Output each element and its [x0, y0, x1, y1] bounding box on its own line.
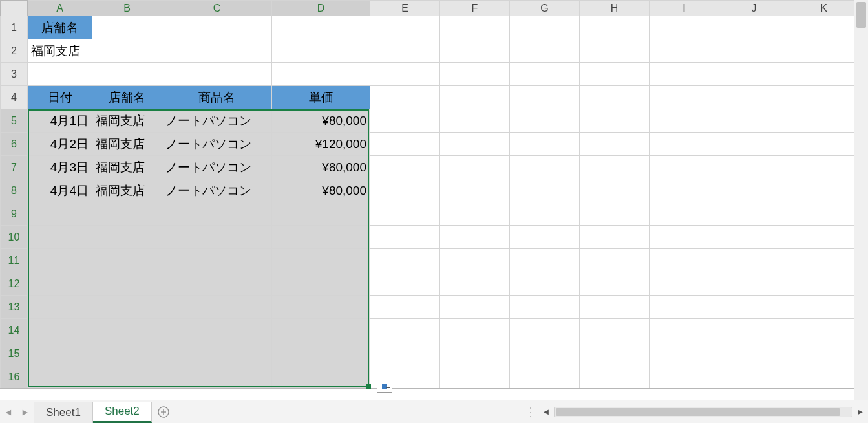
cell-I9[interactable] [650, 202, 719, 226]
cell-H5[interactable] [580, 109, 650, 133]
cell-K15[interactable] [789, 342, 859, 365]
cell-K16[interactable] [789, 365, 859, 389]
cell-K4[interactable] [789, 86, 859, 109]
cell-C11[interactable] [162, 249, 272, 272]
cell-K13[interactable] [789, 296, 859, 319]
cell-I13[interactable] [650, 296, 719, 319]
cell-D10[interactable] [272, 226, 370, 249]
cell-H2[interactable] [580, 39, 650, 63]
cell-I3[interactable] [650, 63, 719, 86]
vertical-scrollbar[interactable] [854, 0, 868, 400]
cell-K14[interactable] [789, 319, 859, 342]
cell-F16[interactable] [440, 365, 510, 389]
cell-J6[interactable] [719, 133, 789, 156]
cell-D14[interactable] [272, 319, 370, 342]
cell-A3[interactable] [28, 63, 92, 86]
cell-B13[interactable] [92, 296, 162, 319]
hscroll-right-button[interactable]: ► [852, 404, 868, 420]
cell-H14[interactable] [580, 319, 650, 342]
cell-G9[interactable] [510, 202, 580, 226]
cell-D3[interactable] [272, 63, 370, 86]
row-header-6[interactable]: 6 [1, 133, 28, 156]
horizontal-scrollbar-thumb[interactable] [556, 408, 840, 416]
cell-F6[interactable] [440, 133, 510, 156]
sheet-tab-sheet1[interactable]: Sheet1 [34, 402, 93, 423]
cell-E7[interactable] [370, 156, 440, 179]
cell-J1[interactable] [719, 16, 789, 39]
cell-E9[interactable] [370, 202, 440, 226]
cell-J4[interactable] [719, 86, 789, 109]
cell-A2[interactable]: 福岡支店 [28, 39, 92, 63]
cell-B16[interactable] [92, 365, 162, 389]
cell-E3[interactable] [370, 63, 440, 86]
cell-D5[interactable]: ¥80,000 [272, 109, 370, 133]
cell-B12[interactable] [92, 272, 162, 296]
cell-J10[interactable] [719, 226, 789, 249]
cell-G14[interactable] [510, 319, 580, 342]
cell-C6[interactable]: ノートパソコン [162, 133, 272, 156]
cell-B3[interactable] [92, 63, 162, 86]
new-sheet-button[interactable] [152, 400, 175, 424]
cell-I14[interactable] [650, 319, 719, 342]
row-header-4[interactable]: 4 [1, 86, 28, 109]
cell-B5[interactable]: 福岡支店 [92, 109, 162, 133]
row-header-8[interactable]: 8 [1, 179, 28, 202]
cell-A7[interactable]: 4月3日 [28, 156, 92, 179]
cell-C14[interactable] [162, 319, 272, 342]
row-header-10[interactable]: 10 [1, 226, 28, 249]
grid-table[interactable]: ABCDEFGHIJKL1店舗名2福岡支店34日付店舗名商品名単価54月1日福岡… [0, 0, 868, 389]
cell-J9[interactable] [719, 202, 789, 226]
col-header-H[interactable]: H [580, 1, 650, 16]
cell-K11[interactable] [789, 249, 859, 272]
cell-I4[interactable] [650, 86, 719, 109]
cell-F10[interactable] [440, 226, 510, 249]
col-header-I[interactable]: I [650, 1, 719, 16]
cell-F12[interactable] [440, 272, 510, 296]
cell-H4[interactable] [580, 86, 650, 109]
cell-J3[interactable] [719, 63, 789, 86]
cell-H9[interactable] [580, 202, 650, 226]
cell-I16[interactable] [650, 365, 719, 389]
cell-A10[interactable] [28, 226, 92, 249]
cell-A15[interactable] [28, 342, 92, 365]
cell-J5[interactable] [719, 109, 789, 133]
col-header-B[interactable]: B [92, 1, 162, 16]
cell-C8[interactable]: ノートパソコン [162, 179, 272, 202]
cell-B6[interactable]: 福岡支店 [92, 133, 162, 156]
cell-C16[interactable] [162, 365, 272, 389]
cell-H13[interactable] [580, 296, 650, 319]
cell-E1[interactable] [370, 16, 440, 39]
cell-E15[interactable] [370, 342, 440, 365]
cell-G12[interactable] [510, 272, 580, 296]
cell-F1[interactable] [440, 16, 510, 39]
cell-D8[interactable]: ¥80,000 [272, 179, 370, 202]
cell-F2[interactable] [440, 39, 510, 63]
cell-F13[interactable] [440, 296, 510, 319]
cell-I12[interactable] [650, 272, 719, 296]
cell-E14[interactable] [370, 319, 440, 342]
cell-D4[interactable]: 単価 [272, 86, 370, 109]
cell-K12[interactable] [789, 272, 859, 296]
cell-D9[interactable] [272, 202, 370, 226]
cell-D11[interactable] [272, 249, 370, 272]
cell-C5[interactable]: ノートパソコン [162, 109, 272, 133]
cell-G3[interactable] [510, 63, 580, 86]
cell-E8[interactable] [370, 179, 440, 202]
cell-I7[interactable] [650, 156, 719, 179]
cell-F9[interactable] [440, 202, 510, 226]
cell-A8[interactable]: 4月4日 [28, 179, 92, 202]
col-header-E[interactable]: E [370, 1, 440, 16]
cell-G8[interactable] [510, 179, 580, 202]
cell-B14[interactable] [92, 319, 162, 342]
cell-G2[interactable] [510, 39, 580, 63]
cell-C12[interactable] [162, 272, 272, 296]
cell-D12[interactable] [272, 272, 370, 296]
cell-B8[interactable]: 福岡支店 [92, 179, 162, 202]
cell-F4[interactable] [440, 86, 510, 109]
col-header-G[interactable]: G [510, 1, 580, 16]
row-header-1[interactable]: 1 [1, 16, 28, 39]
cell-D15[interactable] [272, 342, 370, 365]
cell-F7[interactable] [440, 156, 510, 179]
cell-G11[interactable] [510, 249, 580, 272]
cell-F11[interactable] [440, 249, 510, 272]
